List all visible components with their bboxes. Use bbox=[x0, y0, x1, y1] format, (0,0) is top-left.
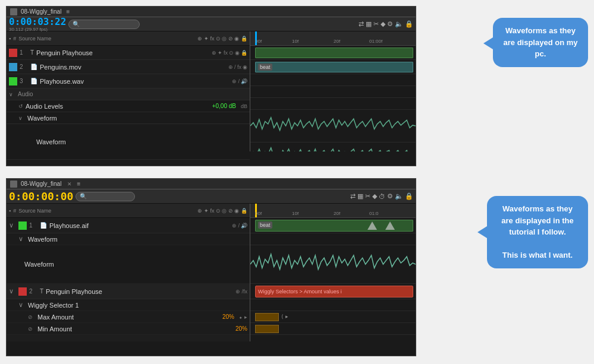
b-min-value: 20% bbox=[235, 325, 247, 332]
b-track2-expand[interactable]: ∨ bbox=[9, 287, 14, 295]
razor-icon[interactable]: ✂ bbox=[373, 20, 379, 28]
b-track1-color bbox=[18, 221, 27, 230]
track3-ctrl2[interactable]: / bbox=[238, 78, 240, 84]
track3-ctrl1[interactable]: ⊕ bbox=[232, 78, 237, 84]
b-marker-icon[interactable]: ◆ bbox=[372, 192, 377, 200]
b-ruler-20: 20f bbox=[334, 211, 340, 216]
bottom-timeline-area: 00f 10f 20f 01:0 beat bbox=[250, 204, 416, 341]
col-fx: ⊕ ✦ fx ⊙ ◎ ⊘ ◉ 🔒 bbox=[197, 36, 247, 42]
b-razor-icon[interactable]: ✂ bbox=[365, 192, 370, 200]
b-track1-ctrl1[interactable]: ⊕ bbox=[232, 223, 237, 229]
b-max-value: 20% bbox=[222, 314, 234, 320]
b-waveform-expand[interactable]: ∨ bbox=[18, 235, 23, 243]
bottom-panel-title: 08-Wiggly_final bbox=[21, 181, 61, 187]
snap-icon[interactable]: ▦ bbox=[366, 20, 372, 28]
b-track1-clip[interactable]: beat bbox=[255, 220, 413, 232]
track3-controls: ⊕ / 🔊 bbox=[232, 78, 247, 84]
track1-ctrl4[interactable]: ⊙ bbox=[229, 50, 234, 56]
bottom-track-headers: ▪ # Source Name ⊕ ✦ fx ⊙ ◎ ⊘ ◉ 🔒 ∨ 1 📄 P… bbox=[7, 204, 250, 341]
track2-name: Penguins.mov bbox=[40, 64, 226, 71]
audio-unit: dB bbox=[241, 103, 247, 109]
b-waveform-tall-timeline bbox=[250, 245, 416, 284]
b-track1-ctrl2[interactable]: / bbox=[238, 223, 240, 229]
track1-ctrl1[interactable]: ⊕ bbox=[212, 50, 216, 56]
track2-clip[interactable]: beat bbox=[255, 62, 413, 72]
track1-fx[interactable]: fx bbox=[224, 50, 228, 56]
search-input[interactable] bbox=[73, 21, 136, 27]
b-col-source-name: Source Name bbox=[18, 208, 195, 214]
col-num: # bbox=[13, 36, 16, 42]
top-toolbar: 0:00:03:22 30.112 (29.97 fps) ⇄ ▦ ✂ ◆ ⚙ … bbox=[7, 17, 416, 31]
track1-ctrl2[interactable]: ✦ bbox=[218, 50, 222, 56]
b-max-stopwatch[interactable]: ⬥ bbox=[239, 314, 242, 320]
b-track2-clip[interactable]: Wiggly Selectors > Amount values i bbox=[255, 286, 413, 297]
b-ruler-01: 01:0 bbox=[369, 211, 379, 216]
marker-icon[interactable]: ◆ bbox=[381, 20, 385, 28]
b-audio-icon[interactable]: 🔈 bbox=[395, 192, 403, 200]
b-track1-expand[interactable]: ∨ bbox=[9, 221, 14, 229]
b-col-num: # bbox=[13, 208, 16, 214]
toolbar-icons: ⇄ ▦ ✂ ◆ ⚙ 🔈 🔒 bbox=[359, 20, 413, 28]
audio-level-value: +0,00 dB bbox=[212, 103, 236, 109]
audio-cycle-icon: ↺ bbox=[18, 103, 23, 109]
timeline-ruler: 00f 10f 20f 01:00f bbox=[250, 31, 416, 46]
waveform-collapse[interactable]: ∨ bbox=[18, 115, 23, 121]
b-time-icon[interactable]: ⏱ bbox=[379, 193, 385, 200]
ripple-icon[interactable]: ⇄ bbox=[359, 20, 364, 28]
waveform-collapse-row: ∨ Waveform bbox=[7, 112, 250, 124]
b-waveform-collapse: ∨ Waveform bbox=[7, 233, 250, 245]
waveform-label-row: Waveform bbox=[7, 124, 250, 160]
b-max-arrow[interactable]: ▸ bbox=[244, 314, 247, 320]
b-track1-name: Playhouse.aif bbox=[49, 222, 230, 229]
search-box[interactable] bbox=[68, 20, 140, 29]
b-waveform-svg1 bbox=[250, 245, 416, 283]
audio-icon[interactable]: 🔈 bbox=[395, 20, 403, 28]
b-max-amount-row: ⊘ Max Amount 20% ⬥ ▸ bbox=[7, 311, 250, 323]
b-track2-ctrl1[interactable]: ⊕ bbox=[235, 289, 240, 295]
bottom-toolbar: 0:00:00:00 ⇄ ▦ ✂ ◆ ⏱ ⚙ 🔈 🔒 bbox=[7, 189, 416, 204]
track1-lock[interactable]: 🔒 bbox=[241, 50, 247, 56]
bottom-timeline-ruler: 00f 10f 20f 01:0 bbox=[250, 204, 416, 218]
track2-ctrl3[interactable]: ◉ bbox=[243, 64, 247, 70]
b-col-color: ▪ bbox=[9, 208, 11, 214]
timeline-waveform-row bbox=[250, 98, 416, 110]
bottom-timecode[interactable]: 0:00:00:00 bbox=[9, 190, 73, 202]
b-ruler-10: 10f bbox=[292, 211, 298, 216]
audio-collapse[interactable]: ∨ bbox=[9, 91, 13, 97]
b-settings-icon[interactable]: ⚙ bbox=[387, 192, 393, 200]
track3-audio[interactable]: 🔊 bbox=[241, 78, 247, 84]
bottom-search[interactable] bbox=[76, 192, 135, 201]
ruler-mark-01: 01:00f bbox=[369, 39, 382, 44]
b-track2-fx[interactable]: /fx bbox=[241, 289, 247, 295]
settings-icon[interactable]: ⚙ bbox=[387, 20, 393, 28]
b-min-amount-row: ⊘ Min Amount 20% bbox=[7, 323, 250, 335]
b-snap-icon[interactable]: ▦ bbox=[357, 192, 363, 200]
b-min-icon: ⊘ bbox=[28, 326, 33, 332]
timeline-waveform2 bbox=[250, 143, 416, 151]
bottom-panel-menu[interactable]: ≡ bbox=[77, 181, 80, 187]
track1-ctrl5[interactable]: ◉ bbox=[235, 50, 240, 56]
track2-color bbox=[9, 63, 17, 71]
timecode-display[interactable]: 0:00:03:22 bbox=[9, 16, 66, 27]
b-max-icon: ⊘ bbox=[28, 314, 33, 320]
ruler-mark-10: 10f bbox=[292, 39, 298, 44]
timeline-waveform1 bbox=[250, 110, 416, 143]
b-ripple-icon[interactable]: ⇄ bbox=[350, 192, 356, 200]
track2-fx[interactable]: / fx bbox=[234, 64, 241, 70]
bottom-tracks-area: ▪ # Source Name ⊕ ✦ fx ⊙ ◎ ⊘ ◉ 🔒 ∨ 1 📄 P… bbox=[7, 204, 416, 341]
panel-menu-icon[interactable]: ≡ bbox=[66, 8, 70, 15]
track2-ctrl1[interactable]: ⊕ bbox=[228, 64, 233, 70]
track1-clip[interactable] bbox=[255, 48, 413, 58]
b-col-fx: ⊕ ✦ fx ⊙ ◎ ⊘ ◉ 🔒 bbox=[197, 208, 247, 214]
bottom-search-input[interactable] bbox=[80, 193, 131, 200]
b-lock-icon[interactable]: 🔒 bbox=[405, 192, 413, 200]
b-track1-audio[interactable]: 🔊 bbox=[241, 223, 247, 229]
lock-icon[interactable]: 🔒 bbox=[405, 20, 413, 28]
b-track2-controls: ⊕ /fx bbox=[235, 289, 247, 295]
top-panel-title: 08-Wiggly_final bbox=[21, 8, 61, 15]
bottom-panel: 08-Wiggly_final ✕ ≡ 0:00:00:00 ⇄ ▦ ✂ ◆ ⏱… bbox=[6, 178, 416, 356]
b-wiggly-expand[interactable]: ∨ bbox=[18, 301, 23, 309]
track1-num: 1 bbox=[20, 49, 28, 56]
b-beat-label: beat bbox=[258, 221, 272, 229]
bottom-panel-close[interactable]: ✕ bbox=[67, 181, 72, 187]
